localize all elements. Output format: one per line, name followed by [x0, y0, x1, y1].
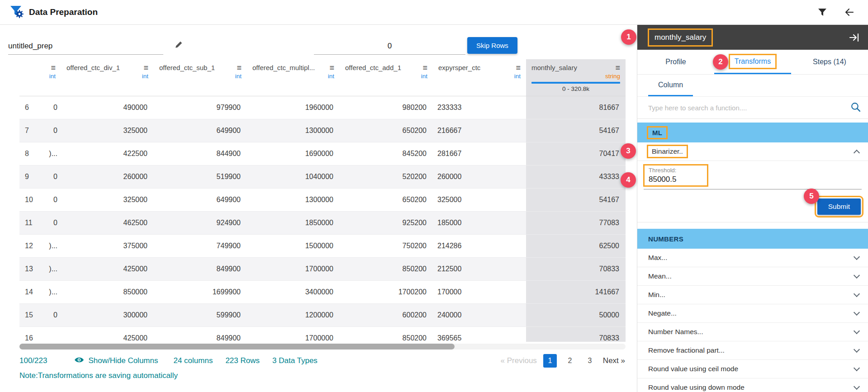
table-cell: 70833 — [526, 327, 626, 342]
pagination-next[interactable]: Next » — [603, 356, 625, 365]
table-cell: 422500 — [61, 142, 154, 165]
column-header-expyrsper_ctc[interactable]: expyrsper_ctc≡int — [433, 59, 526, 96]
table-cell: 141667 — [526, 281, 626, 304]
table-cell: 50000 — [526, 304, 626, 327]
table-cell: 845200 — [340, 142, 433, 165]
column-menu-icon[interactable]: ≡ — [615, 64, 620, 72]
column-menu-icon[interactable]: ≡ — [143, 64, 148, 72]
topbar-actions — [817, 7, 855, 18]
column-header-offered_ctc_multipl...[interactable]: offered_ctc_multipl...≡int — [247, 59, 340, 96]
tab-column[interactable]: Column — [648, 75, 693, 96]
row-index: 11 — [19, 212, 42, 235]
table-cell: 300000 — [61, 304, 154, 327]
search-icon[interactable] — [850, 102, 861, 114]
table-cell: )... — [42, 235, 61, 258]
threshold-input[interactable] — [649, 175, 703, 184]
table-cell: 185000 — [433, 212, 526, 235]
function-search-input[interactable] — [648, 104, 850, 112]
show-hide-columns-button[interactable]: Show/Hide Columns — [74, 356, 158, 366]
table-cell: 216667 — [433, 119, 526, 142]
columns-count: 24 columns — [173, 356, 213, 365]
app-logo-icon — [10, 5, 24, 20]
function-binarizer[interactable]: Binarizer.. — [637, 142, 868, 161]
function-item-3[interactable]: Min... — [637, 286, 868, 304]
column-header-monthly_salary[interactable]: monthly_salary≡string0 - 320.8k — [526, 59, 626, 96]
table-cell: 1200000 — [247, 304, 340, 327]
row-index: 7 — [19, 119, 42, 142]
function-item-4[interactable]: Negate... — [637, 304, 868, 323]
table-cell: 849900 — [154, 327, 247, 342]
column-type: int — [66, 73, 148, 80]
column-menu-icon[interactable]: ≡ — [237, 64, 242, 72]
column-type: int — [345, 73, 427, 80]
column-header-hidden-column[interactable]: ≡int — [42, 59, 61, 96]
pagination-page-1[interactable]: 1 — [543, 354, 557, 368]
column-header-offered_ctc_add_1[interactable]: offered_ctc_add_1≡int — [340, 59, 433, 96]
table-cell: 849900 — [154, 258, 247, 281]
selected-column-name: monthly_salary — [649, 30, 711, 45]
column-distribution-bar — [531, 82, 620, 84]
collapse-panel-icon[interactable] — [849, 33, 860, 43]
tab-steps[interactable]: Steps (14) — [791, 50, 868, 74]
skip-rows-button[interactable]: Skip Rows — [467, 37, 517, 54]
table-cell: 850200 — [340, 327, 433, 342]
sidebar-header: monthly_salary — [637, 25, 868, 50]
back-arrow-icon[interactable] — [844, 7, 855, 18]
function-item-5[interactable]: Number Names... — [637, 323, 868, 341]
autosave-note: Note:Transformations are saving automati… — [19, 371, 637, 380]
function-item-6[interactable]: Remove fractional part... — [637, 341, 868, 360]
rows-count: 223 Rows — [225, 356, 260, 365]
column-name: offered_ctc_sub_1 — [159, 64, 215, 71]
table-cell: )... — [42, 258, 61, 281]
threshold-group: Threshold: — [645, 165, 707, 185]
sidebar-tabs: Profile Transforms Steps (14) — [637, 50, 868, 75]
table-cell: 749900 — [154, 235, 247, 258]
annotation-marker-4: 4 — [621, 172, 636, 188]
function-item-1[interactable]: Max... — [637, 249, 868, 267]
column-menu-icon[interactable]: ≡ — [329, 64, 334, 72]
numbers-function-list: Max...Mean...Min...Negate...Number Names… — [637, 249, 868, 392]
threshold-field: Threshold: — [644, 165, 862, 189]
function-item-8[interactable]: Round value using down mode — [637, 378, 868, 392]
table-cell: 850200 — [340, 258, 433, 281]
table-cell: 325000 — [61, 119, 154, 142]
table-cell: 1850000 — [247, 212, 340, 235]
page-title: Data Preparation — [29, 7, 98, 17]
column-header-offered_ctc_div_1[interactable]: offered_ctc_div_1≡int — [61, 59, 154, 96]
table-cell: 1500000 — [247, 235, 340, 258]
table-cell: 1700200 — [340, 281, 433, 304]
chevron-down-icon — [854, 365, 860, 371]
scrollbar-thumb[interactable] — [19, 344, 455, 349]
function-item-7[interactable]: Round value using ceil mode — [637, 360, 868, 378]
column-menu-icon[interactable]: ≡ — [516, 64, 521, 72]
table-cell: 375000 — [61, 235, 154, 258]
table-cell: 520200 — [340, 165, 433, 189]
tab-profile[interactable]: Profile — [637, 50, 714, 74]
table-cell: 924900 — [154, 212, 247, 235]
chevron-up-icon — [854, 150, 860, 156]
horizontal-scrollbar[interactable] — [19, 344, 626, 349]
skip-rows-input[interactable] — [314, 42, 465, 51]
table-cell: 599900 — [154, 304, 247, 327]
table-cell: 233333 — [433, 96, 526, 119]
table-cell: 240000 — [433, 304, 526, 327]
chevron-down-icon — [854, 346, 860, 353]
table-cell: 490000 — [61, 96, 154, 119]
threshold-label: Threshold: — [649, 167, 703, 174]
column-header-offered_ctc_sub_1[interactable]: offered_ctc_sub_1≡int — [154, 59, 247, 96]
function-label: Remove fractional part... — [648, 346, 725, 354]
pagination-page-2[interactable]: 2 — [563, 354, 577, 368]
sidebar-subtabs: Column — [637, 75, 868, 97]
row-counter[interactable]: 100/223 — [19, 356, 47, 365]
column-menu-icon[interactable]: ≡ — [51, 64, 56, 72]
pagination-previous[interactable]: « Previous — [501, 356, 537, 365]
show-hide-label: Show/Hide Columns — [88, 356, 158, 365]
function-item-2[interactable]: Mean... — [637, 267, 868, 286]
table-cell: 649900 — [154, 189, 247, 212]
edit-pencil-icon[interactable] — [174, 40, 184, 55]
column-menu-icon[interactable]: ≡ — [422, 64, 427, 72]
filter-icon[interactable] — [817, 7, 827, 17]
prep-name-input[interactable] — [8, 42, 163, 51]
submit-button[interactable]: Submit — [817, 198, 861, 215]
pagination-page-3[interactable]: 3 — [583, 354, 597, 368]
